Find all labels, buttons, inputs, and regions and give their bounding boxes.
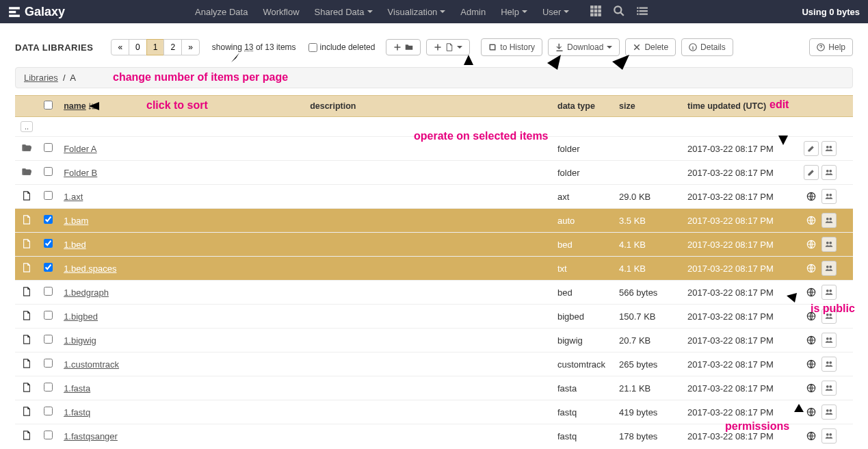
row-checkbox[interactable] bbox=[44, 431, 53, 439]
col-datatype: data type bbox=[552, 96, 614, 117]
nav-user[interactable]: User bbox=[536, 2, 576, 22]
col-description: description bbox=[304, 96, 552, 117]
item-name-link[interactable]: 1.axt bbox=[64, 192, 83, 202]
caret-down-icon bbox=[367, 10, 373, 13]
nav-workflow[interactable]: Workflow bbox=[256, 2, 306, 22]
item-name-link[interactable]: 1.bigwig bbox=[64, 335, 96, 346]
item-size bbox=[614, 137, 682, 161]
file-icon bbox=[22, 407, 31, 416]
nav-shared-data[interactable]: Shared Data bbox=[308, 2, 380, 22]
globe-icon bbox=[806, 431, 816, 441]
item-name-link[interactable]: 1.bam bbox=[64, 216, 88, 226]
download-button[interactable]: Download bbox=[548, 38, 620, 56]
list-icon[interactable] bbox=[636, 5, 648, 19]
table-row: 1.fastqsangerfastq178 bytes2017-03-22 08… bbox=[15, 424, 853, 448]
parent-folder-row[interactable]: .. bbox=[15, 117, 853, 137]
search-icon[interactable] bbox=[613, 5, 625, 19]
file-icon bbox=[22, 431, 31, 440]
pager-page-«[interactable]: « bbox=[111, 39, 129, 55]
row-checkbox[interactable] bbox=[44, 311, 53, 320]
item-name-link[interactable]: 1.fastqsanger bbox=[64, 431, 118, 441]
pager-page-0[interactable]: 0 bbox=[129, 39, 147, 55]
brand[interactable]: Galaxy bbox=[8, 5, 65, 19]
pager-page-2[interactable]: 2 bbox=[163, 39, 182, 55]
permissions-button[interactable] bbox=[821, 357, 837, 372]
row-checkbox[interactable] bbox=[44, 359, 53, 368]
permissions-button[interactable] bbox=[821, 261, 837, 276]
users-icon bbox=[825, 192, 833, 201]
select-all-checkbox[interactable] bbox=[44, 101, 53, 110]
folder-icon bbox=[22, 143, 31, 153]
item-name-link[interactable]: Folder A bbox=[64, 144, 96, 154]
item-name-link[interactable]: 1.bedgraph bbox=[64, 287, 109, 298]
public-indicator bbox=[804, 189, 819, 204]
row-checkbox[interactable] bbox=[44, 287, 53, 296]
row-checkbox[interactable] bbox=[44, 167, 53, 176]
table-row: 1.customtrackcustomtrack265 bytes2017-03… bbox=[15, 352, 853, 376]
grid-icon[interactable] bbox=[590, 5, 602, 19]
pager-page-1[interactable]: 1 bbox=[146, 39, 165, 55]
row-checkbox[interactable] bbox=[44, 407, 53, 415]
public-indicator bbox=[804, 285, 819, 300]
svg-rect-17 bbox=[9, 15, 20, 17]
public-indicator bbox=[804, 237, 819, 252]
plus-icon bbox=[393, 43, 402, 51]
permissions-button[interactable] bbox=[821, 213, 837, 228]
nav-analyze-data[interactable]: Analyze Data bbox=[188, 2, 254, 22]
item-name-link[interactable]: 1.fastq bbox=[64, 407, 90, 418]
permissions-button[interactable] bbox=[821, 141, 837, 156]
permissions-button[interactable] bbox=[821, 285, 837, 300]
row-checkbox[interactable] bbox=[44, 335, 53, 344]
library-table: name description data type size time upd… bbox=[15, 95, 853, 448]
table-row: 1.fastqfastq419 bytes2017-03-22 08:17 PM bbox=[15, 400, 853, 424]
permissions-button[interactable] bbox=[821, 333, 837, 348]
item-name-link[interactable]: 1.bed bbox=[64, 240, 86, 250]
globe-icon bbox=[806, 311, 816, 321]
row-checkbox[interactable] bbox=[44, 263, 53, 272]
nav-admin[interactable]: Admin bbox=[453, 2, 492, 22]
table-row: 1.axtaxt29.0 KB2017-03-22 08:17 PM bbox=[15, 185, 853, 209]
permissions-button[interactable] bbox=[821, 309, 837, 324]
up-folder-icon[interactable]: .. bbox=[21, 121, 33, 132]
items-per-page-link[interactable]: 13 bbox=[244, 42, 253, 52]
permissions-button[interactable] bbox=[821, 381, 837, 396]
add-datasets-button[interactable] bbox=[426, 39, 470, 55]
item-name-link[interactable]: 1.bed.spaces bbox=[64, 264, 116, 274]
row-checkbox[interactable] bbox=[44, 383, 53, 392]
details-button[interactable]: Details bbox=[681, 38, 733, 56]
edit-button[interactable] bbox=[804, 141, 819, 156]
breadcrumb-root[interactable]: Libraries bbox=[24, 73, 58, 83]
include-deleted-toggle[interactable]: include deleted bbox=[308, 42, 376, 52]
to-history-button[interactable]: to History bbox=[481, 38, 542, 56]
edit-button[interactable] bbox=[804, 165, 819, 180]
add-folder-button[interactable] bbox=[386, 39, 421, 55]
nav-help[interactable]: Help bbox=[494, 2, 534, 22]
nav-visualization[interactable]: Visualization bbox=[381, 2, 453, 22]
delete-button[interactable]: Delete bbox=[625, 38, 676, 56]
permissions-button[interactable] bbox=[821, 405, 837, 420]
include-deleted-checkbox[interactable] bbox=[308, 43, 317, 52]
item-name-link[interactable]: Folder B bbox=[64, 168, 97, 178]
item-size: 29.0 KB bbox=[614, 185, 682, 209]
permissions-button[interactable] bbox=[821, 165, 837, 180]
users-icon bbox=[825, 312, 833, 320]
permissions-button[interactable] bbox=[821, 428, 837, 444]
globe-icon bbox=[806, 264, 816, 273]
row-checkbox[interactable] bbox=[44, 143, 53, 152]
sort-by-name[interactable]: name bbox=[64, 101, 96, 111]
help-button[interactable]: Help bbox=[809, 38, 853, 56]
item-name-link[interactable]: 1.fasta bbox=[64, 383, 90, 394]
file-icon bbox=[22, 263, 31, 272]
svg-rect-16 bbox=[9, 11, 16, 13]
row-checkbox[interactable] bbox=[44, 239, 53, 248]
permissions-button[interactable] bbox=[821, 189, 837, 204]
item-size: 265 bytes bbox=[614, 352, 682, 376]
row-checkbox[interactable] bbox=[44, 191, 53, 200]
item-name-link[interactable]: 1.customtrack bbox=[64, 359, 119, 370]
public-indicator bbox=[804, 405, 819, 420]
pager-page-»[interactable]: » bbox=[181, 39, 200, 55]
item-name-link[interactable]: 1.bigbed bbox=[64, 311, 98, 322]
table-row: 1.bigwigbigwig20.7 KB2017-03-22 08:17 PM bbox=[15, 329, 853, 352]
permissions-button[interactable] bbox=[821, 237, 837, 252]
row-checkbox[interactable] bbox=[44, 215, 53, 224]
